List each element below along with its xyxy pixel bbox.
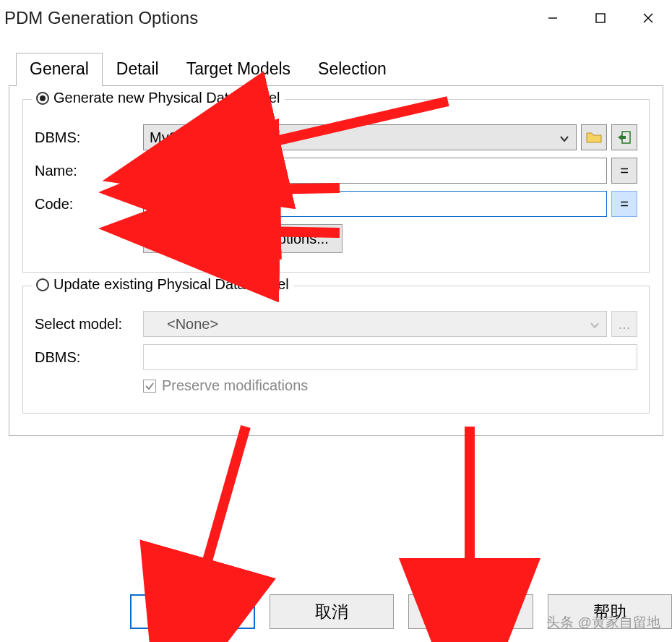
name-input[interactable]: 物理模型1 <box>143 158 607 184</box>
generate-new-label: Generate new Physical Data Model <box>53 90 280 106</box>
chevron-down-icon <box>559 132 570 143</box>
window-title: PDM Generation Options <box>4 8 198 28</box>
dbms-label: DBMS: <box>35 129 143 146</box>
maximize-button[interactable] <box>577 0 624 36</box>
tab-page-general: Generate new Physical Data Model DBMS: M… <box>9 85 663 436</box>
name-label: Name: <box>35 163 143 179</box>
radio-generate-new[interactable] <box>36 92 49 105</box>
dbms-combo[interactable]: MySQL 5.0 <box>143 124 577 150</box>
svg-marker-5 <box>618 134 626 140</box>
window-controls <box>529 0 672 36</box>
import-button[interactable] <box>611 124 637 150</box>
code-input[interactable]: 物理模型1 <box>143 191 607 217</box>
select-model-value: <None> <box>150 316 218 333</box>
update-existing-label: Update existing Physical Data Model <box>53 276 289 293</box>
radio-update-existing[interactable] <box>36 278 49 291</box>
ok-button[interactable]: 确定 <box>130 594 255 629</box>
chevron-down-icon <box>589 318 600 330</box>
group-update-existing: Update existing Physical Data Model Sele… <box>22 286 650 414</box>
select-model-label: Select model: <box>35 316 143 333</box>
name-sync-button[interactable]: = <box>611 158 637 184</box>
tab-general[interactable]: General <box>16 53 103 86</box>
dbms-value: MySQL 5.0 <box>150 129 221 146</box>
update-dbms-input <box>143 344 637 370</box>
folder-button[interactable] <box>581 124 607 150</box>
group-generate-new: Generate new Physical Data Model DBMS: M… <box>22 99 650 273</box>
tab-target-models[interactable]: Target Models <box>173 53 304 86</box>
preserve-modifications-label: Preserve modifications <box>162 377 308 394</box>
minimize-button[interactable] <box>529 0 577 36</box>
group-generate-new-legend[interactable]: Generate new Physical Data Model <box>32 90 285 106</box>
close-button[interactable] <box>624 0 672 36</box>
select-model-combo[interactable]: <None> <box>143 311 607 337</box>
code-label: Code: <box>35 196 143 213</box>
code-sync-button[interactable]: = <box>611 191 637 217</box>
group-update-existing-legend[interactable]: Update existing Physical Data Model <box>32 276 293 293</box>
cancel-button[interactable]: 取消 <box>270 594 394 629</box>
configure-model-options-button[interactable]: Configure Model Options... <box>143 224 343 253</box>
svg-line-10 <box>202 427 246 578</box>
svg-rect-1 <box>596 14 605 22</box>
tab-selection[interactable]: Selection <box>304 53 400 86</box>
tab-strip: General Detail Target Models Selection <box>16 52 672 85</box>
update-dbms-label: DBMS: <box>35 349 143 366</box>
browse-model-button[interactable]: ... <box>611 311 637 337</box>
text-caret <box>216 196 217 212</box>
watermark: 头条 @黄家自留地 <box>546 613 660 632</box>
title-bar: PDM Generation Options <box>0 0 672 36</box>
apply-button[interactable]: 应用(A) <box>408 594 533 629</box>
tab-detail[interactable]: Detail <box>103 53 173 86</box>
preserve-modifications-checkbox[interactable] <box>143 380 156 393</box>
